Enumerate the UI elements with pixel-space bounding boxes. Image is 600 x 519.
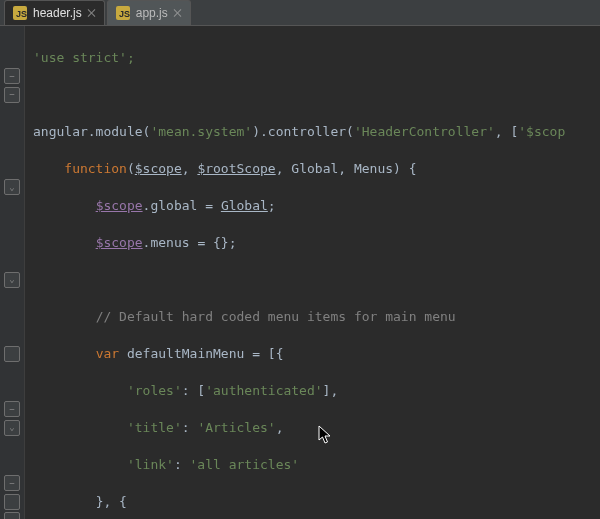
fold-marker[interactable] — [4, 346, 20, 362]
tab-label: header.js — [33, 6, 82, 20]
code-area[interactable]: 'use strict'; angular.module('mean.syste… — [25, 26, 600, 519]
close-icon[interactable] — [88, 9, 96, 17]
fold-marker[interactable]: − — [4, 68, 20, 84]
fold-marker[interactable]: − — [4, 475, 20, 491]
tab-bar: JS header.js JS app.js — [0, 0, 600, 26]
fold-marker[interactable]: ⌄ — [4, 179, 20, 195]
close-icon[interactable] — [174, 9, 182, 17]
fold-marker[interactable]: ⌄ — [4, 420, 20, 436]
fold-marker[interactable]: − — [4, 87, 20, 103]
js-file-icon: JS — [116, 6, 130, 20]
tab-header-js[interactable]: JS header.js — [4, 0, 105, 25]
gutter: −−⌄⌄−⌄−⌄ — [0, 26, 25, 519]
js-file-icon: JS — [13, 6, 27, 20]
fold-marker[interactable]: ⌄ — [4, 272, 20, 288]
svg-text:JS: JS — [16, 9, 27, 19]
tab-label: app.js — [136, 6, 168, 20]
fold-marker[interactable]: ⌄ — [4, 512, 20, 519]
fold-marker[interactable] — [4, 494, 20, 510]
tab-app-js[interactable]: JS app.js — [107, 0, 191, 25]
code-editor[interactable]: −−⌄⌄−⌄−⌄ 'use strict'; angular.module('m… — [0, 26, 600, 519]
fold-marker[interactable]: − — [4, 401, 20, 417]
svg-text:JS: JS — [119, 9, 130, 19]
